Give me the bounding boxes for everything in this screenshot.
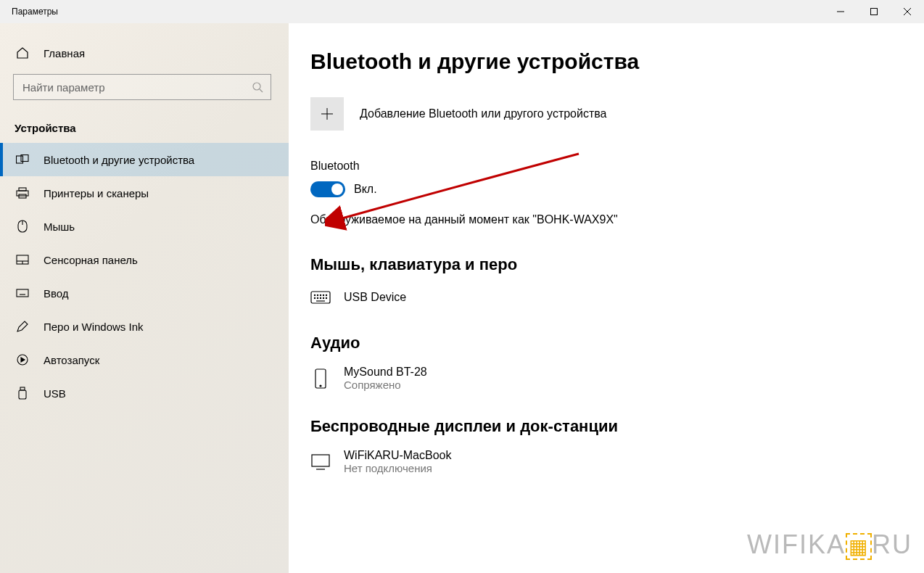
svg-rect-41: [312, 455, 329, 466]
device-row[interactable]: USB Device: [310, 287, 902, 308]
svg-point-40: [320, 385, 321, 387]
search-input[interactable]: [22, 81, 246, 94]
bluetooth-discoverable-text: Обнаруживаемое на данный момент как "BOH…: [310, 213, 902, 226]
device-row[interactable]: MySound BT-28 Сопряжено: [310, 366, 902, 391]
bluetooth-toggle-label: Вкл.: [354, 183, 377, 196]
plus-icon: [320, 107, 334, 121]
sidebar-item-label: Автозапуск: [44, 354, 99, 366]
devices-icon: [16, 153, 29, 166]
pen-icon: [16, 320, 29, 333]
svg-point-30: [320, 294, 321, 295]
svg-point-37: [326, 297, 326, 298]
add-device-label: Добавление Bluetooth или другого устройс…: [360, 107, 607, 120]
window-controls: [824, 0, 924, 23]
svg-point-28: [314, 294, 315, 295]
svg-point-4: [253, 83, 260, 90]
svg-point-35: [320, 297, 321, 298]
bluetooth-toggle-row: Вкл.: [310, 181, 902, 197]
watermark: WIFIKA▦RU: [747, 529, 912, 560]
section-title-wireless-displays: Беспроводные дисплеи и док-станции: [310, 417, 902, 436]
usb-icon: [16, 387, 29, 400]
bluetooth-heading: Bluetooth: [310, 160, 902, 173]
home-label: Главная: [44, 47, 85, 59]
svg-point-33: [314, 297, 315, 298]
device-name: MySound BT-28: [344, 366, 427, 379]
svg-rect-16: [17, 289, 28, 297]
autoplay-icon: [16, 353, 29, 366]
sidebar-item-mouse[interactable]: Мышь: [0, 210, 289, 243]
phone-device-icon: [310, 368, 331, 389]
svg-point-29: [317, 294, 318, 295]
svg-point-34: [317, 297, 318, 298]
sidebar-item-label: Мышь: [44, 220, 75, 233]
device-status: Сопряжено: [344, 379, 427, 391]
search-icon: [252, 81, 263, 93]
sidebar-item-usb[interactable]: USB: [0, 376, 289, 410]
monitor-device-icon: [310, 452, 331, 472]
window-title: Параметры: [12, 7, 58, 17]
add-device-row[interactable]: Добавление Bluetooth или другого устройс…: [310, 97, 902, 131]
sidebar-item-label: Перо и Windows Ink: [44, 321, 144, 333]
sidebar-item-pen[interactable]: Перо и Windows Ink: [0, 310, 289, 343]
svg-rect-1: [871, 9, 878, 15]
keyboard-device-icon: [310, 287, 331, 308]
sidebar-item-bluetooth[interactable]: Bluetooth и другие устройства: [0, 143, 289, 176]
sidebar-item-typing[interactable]: Ввод: [0, 276, 289, 310]
sidebar-section-header: Устройства: [0, 113, 289, 143]
svg-point-31: [323, 294, 323, 295]
svg-rect-8: [19, 188, 26, 191]
svg-point-36: [323, 297, 323, 298]
section-title-mkp: Мышь, клавиатура и перо: [310, 255, 902, 274]
svg-point-32: [326, 294, 326, 295]
device-name: WiFiKARU-MacBook: [344, 449, 451, 462]
svg-rect-23: [20, 387, 25, 390]
sidebar-item-printers[interactable]: Принтеры и сканеры: [0, 176, 289, 210]
sidebar-item-touchpad[interactable]: Сенсорная панель: [0, 243, 289, 276]
touchpad-icon: [16, 253, 29, 266]
svg-rect-6: [17, 156, 23, 163]
sidebar-home[interactable]: Главная: [0, 39, 289, 74]
main-content: Bluetooth и другие устройства Добавление…: [289, 23, 924, 573]
watermark-right: RU: [872, 529, 912, 559]
page-title: Bluetooth и другие устройства: [310, 49, 902, 74]
watermark-left: WIFIKA: [747, 529, 846, 559]
svg-line-5: [260, 89, 263, 92]
close-button[interactable]: [891, 0, 924, 23]
maximize-button[interactable]: [857, 0, 891, 23]
titlebar: Параметры: [0, 0, 924, 23]
watermark-qr-icon: ▦: [846, 533, 872, 560]
svg-rect-9: [17, 191, 28, 196]
device-row[interactable]: WiFiKARU-MacBook Нет подключения: [310, 449, 902, 474]
bluetooth-toggle[interactable]: [310, 181, 345, 197]
sidebar-item-label: Сенсорная панель: [44, 254, 138, 266]
mouse-icon: [16, 220, 29, 233]
device-name: USB Device: [344, 291, 406, 304]
sidebar-item-label: Принтеры и сканеры: [44, 187, 149, 199]
minimize-button[interactable]: [824, 0, 857, 23]
sidebar-item-autoplay[interactable]: Автозапуск: [0, 343, 289, 376]
sidebar-item-label: Ввод: [44, 287, 69, 300]
keyboard-icon: [16, 286, 29, 300]
add-device-tile[interactable]: [310, 97, 344, 131]
home-icon: [16, 46, 29, 59]
sidebar: Главная Устройства Bluetooth и другие ус…: [0, 23, 289, 573]
sidebar-item-label: Bluetooth и другие устройства: [44, 154, 194, 166]
sidebar-item-label: USB: [44, 387, 66, 400]
section-title-audio: Аудио: [310, 334, 902, 353]
svg-rect-24: [19, 390, 26, 399]
search-box[interactable]: [13, 74, 271, 100]
device-status: Нет подключения: [344, 462, 451, 474]
printer-icon: [16, 186, 29, 199]
